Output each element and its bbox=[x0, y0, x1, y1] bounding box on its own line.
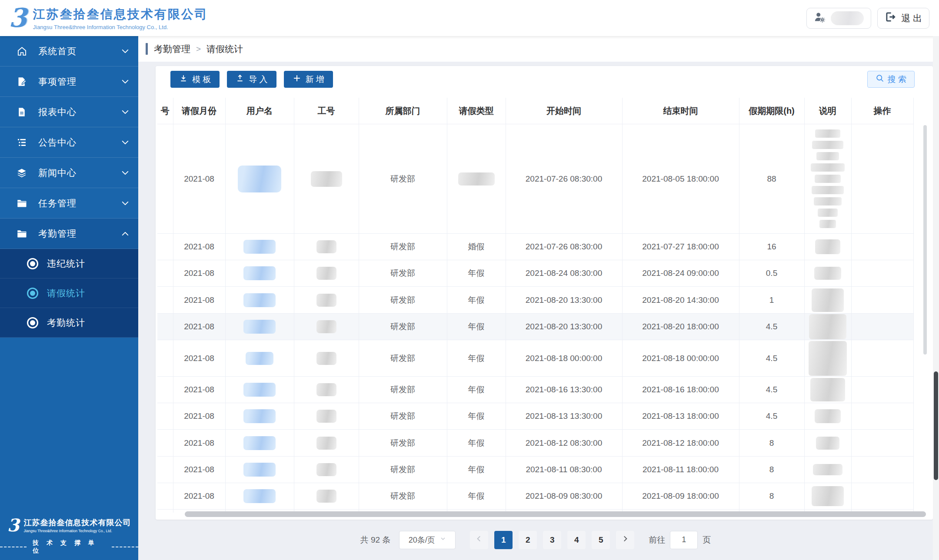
add-button[interactable]: 新 增 bbox=[284, 71, 333, 88]
sidebar-item-announcements[interactable]: 公告中心 bbox=[0, 127, 138, 158]
cell-start-time: 2021-08-11 08:30:00 bbox=[506, 457, 622, 483]
cell-username bbox=[225, 377, 294, 403]
goto-page-input[interactable] bbox=[670, 531, 698, 549]
page-size-select[interactable]: 20条/页 bbox=[399, 531, 456, 549]
sidebar-item-news[interactable]: 新闻中心 bbox=[0, 158, 138, 188]
column-header: 请假类型 bbox=[447, 98, 506, 124]
table-vertical-scrollbar[interactable] bbox=[923, 125, 927, 355]
cell-leave-month: 2021-08 bbox=[173, 124, 225, 234]
column-header: 所属部门 bbox=[359, 98, 447, 124]
cell-end-time: 2021-08-18 00:00:00 bbox=[622, 340, 739, 377]
redacted-description bbox=[812, 288, 844, 312]
user-account-button[interactable] bbox=[806, 8, 871, 29]
page-button-1[interactable]: 1 bbox=[494, 531, 513, 549]
cell-leave-type: 年假 bbox=[447, 314, 506, 340]
cell-end-time: 2021-08-20 18:00:00 bbox=[622, 314, 739, 340]
cell-actions bbox=[851, 314, 913, 340]
cell-leave-type: 年假 bbox=[447, 287, 506, 314]
cell-start-time: 2021-08-12 08:30:00 bbox=[506, 430, 622, 457]
cell-index bbox=[157, 430, 173, 457]
column-header: 开始时间 bbox=[506, 98, 622, 124]
column-header: 结束时间 bbox=[622, 98, 739, 124]
cell-index bbox=[157, 340, 173, 377]
window-scrollbar-thumb[interactable] bbox=[934, 371, 938, 480]
toolbar: 模 板 导 入 新 增 搜 索 bbox=[156, 66, 933, 88]
redacted-username bbox=[243, 383, 276, 397]
breadcrumb-current: 请假统计 bbox=[206, 43, 243, 55]
import-button[interactable]: 导 入 bbox=[227, 71, 276, 88]
logout-button[interactable]: 退 出 bbox=[877, 8, 929, 29]
cell-employee-id bbox=[294, 260, 359, 287]
template-button[interactable]: 模 板 bbox=[170, 71, 220, 88]
column-header: 说明 bbox=[804, 98, 851, 124]
cell-leave-month: 2021-08 bbox=[173, 377, 225, 403]
cell-username bbox=[225, 124, 294, 234]
cell-hours: 4.5 bbox=[739, 340, 804, 377]
cell-index bbox=[157, 314, 173, 340]
window-scrollbar[interactable] bbox=[933, 36, 939, 560]
cell-description bbox=[804, 430, 851, 457]
redacted-username bbox=[243, 409, 276, 423]
next-page-button[interactable] bbox=[616, 531, 634, 549]
content-card: 模 板 导 入 新 增 搜 索 号请假月份用户名工号所属部门请假类型开始时间结束… bbox=[156, 66, 933, 520]
cell-leave-month: 2021-08 bbox=[173, 260, 225, 287]
cell-leave-type: 婚假 bbox=[447, 234, 506, 260]
cell-username bbox=[225, 314, 294, 340]
breadcrumb-parent[interactable]: 考勤管理 bbox=[154, 43, 190, 55]
cell-index bbox=[157, 287, 173, 314]
search-button[interactable]: 搜 索 bbox=[867, 71, 915, 88]
cell-department: 研发部 bbox=[359, 377, 447, 403]
page-button-3[interactable]: 3 bbox=[543, 531, 561, 549]
cell-department: 研发部 bbox=[359, 287, 447, 314]
redacted-username bbox=[243, 320, 276, 334]
cell-actions bbox=[851, 403, 913, 430]
page-button-4[interactable]: 4 bbox=[567, 531, 586, 549]
page-button-5[interactable]: 5 bbox=[592, 531, 610, 549]
table-horizontal-scrollbar[interactable] bbox=[185, 511, 926, 517]
column-header: 用户名 bbox=[225, 98, 294, 124]
sidebar-item-matters[interactable]: 事项管理 bbox=[0, 66, 138, 97]
sidebar-item-attendance[interactable]: 考勤管理 bbox=[0, 219, 138, 249]
redacted-employee-id bbox=[316, 490, 336, 503]
redacted-username-blur bbox=[831, 11, 864, 25]
sidebar-item-home[interactable]: 系统首页 bbox=[0, 36, 138, 66]
table-row: 2021-08研发部2021-07-26 08:30:002021-08-05 … bbox=[157, 124, 913, 234]
column-header: 号 bbox=[157, 98, 173, 124]
leave-table: 号请假月份用户名工号所属部门请假类型开始时间结束时间假期期限(h)说明操作 20… bbox=[156, 98, 933, 513]
table-row: 2021-08研发部年假2021-08-12 08:30:002021-08-1… bbox=[157, 430, 913, 457]
footer-support-label: 技 术 支 撑 单 位 bbox=[33, 539, 105, 555]
cell-leave-type: 年假 bbox=[447, 483, 506, 510]
cell-department: 研发部 bbox=[359, 314, 447, 340]
cell-username bbox=[225, 287, 294, 314]
redacted-employee-id bbox=[316, 437, 336, 450]
table-row: 2021-08研发部年假2021-08-24 08:30:002021-08-2… bbox=[157, 260, 913, 287]
dash-divider bbox=[112, 547, 138, 547]
cell-index bbox=[157, 403, 173, 430]
prev-page-button[interactable] bbox=[470, 531, 488, 549]
cell-leave-month: 2021-08 bbox=[173, 287, 225, 314]
sidebar-subitem-violation-stats[interactable]: 违纪统计 bbox=[0, 249, 138, 278]
page-button-2[interactable]: 2 bbox=[519, 531, 537, 549]
total-count: 共 92 条 bbox=[360, 534, 391, 546]
sidebar-item-reports[interactable]: 报表中心 bbox=[0, 97, 138, 127]
redacted-description bbox=[814, 267, 841, 280]
cell-leave-month: 2021-08 bbox=[173, 340, 225, 377]
redacted-username bbox=[243, 436, 276, 450]
cell-hours: 0.5 bbox=[739, 260, 804, 287]
sidebar-item-tasks[interactable]: 任务管理 bbox=[0, 188, 138, 219]
goto-label: 前往 bbox=[649, 534, 665, 546]
cell-actions bbox=[851, 260, 913, 287]
cell-employee-id bbox=[294, 234, 359, 260]
cell-leave-type: 年假 bbox=[447, 377, 506, 403]
cell-actions bbox=[851, 340, 913, 377]
cell-actions bbox=[851, 287, 913, 314]
chevron-right-icon bbox=[621, 535, 629, 545]
cell-index bbox=[157, 457, 173, 483]
cell-leave-type: 年假 bbox=[447, 430, 506, 457]
sidebar-subitem-attendance-stats[interactable]: 考勤统计 bbox=[0, 308, 138, 338]
table-row: 2021-08研发部婚假2021-07-26 08:30:002021-07-2… bbox=[157, 234, 913, 260]
cell-start-time: 2021-08-13 13:30:00 bbox=[506, 403, 622, 430]
sidebar-subitem-leave-stats[interactable]: 请假统计 bbox=[0, 278, 138, 308]
cell-username bbox=[225, 340, 294, 377]
chevron-down-icon bbox=[121, 199, 130, 208]
